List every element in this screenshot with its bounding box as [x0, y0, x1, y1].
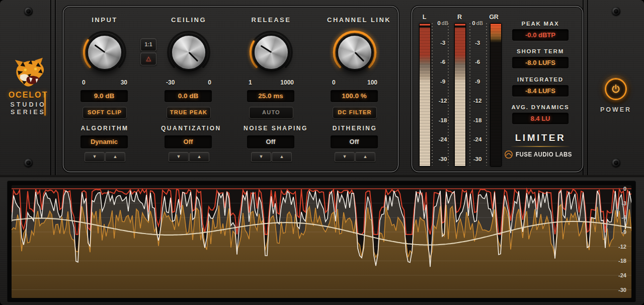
algorithm-select[interactable]: Dynamic	[80, 135, 128, 148]
scale-tick: 0	[437, 20, 440, 26]
ocelot-tiger-logo	[12, 56, 48, 89]
dithering-label: DITHERING	[327, 125, 382, 132]
dithering-up-button[interactable]: ▲	[355, 152, 375, 162]
scale-tick: -12	[467, 97, 488, 104]
noise-shaping-selector-group: NOISE SHAPING Off ▼ ▲	[244, 125, 299, 170]
quantization-select[interactable]: Off	[165, 135, 212, 148]
scale-tick: -3	[467, 39, 488, 46]
input-knob[interactable]	[79, 27, 130, 78]
soft-clip-button[interactable]: SOFT CLIP	[83, 107, 127, 119]
plugin-window: OCELOT STUDIO SERIES INPUT	[0, 0, 644, 305]
noise-shaping-up-button[interactable]: ▲	[272, 152, 292, 162]
main-control-panel: INPUT 0 30 9.0 dB SOFT CLIP	[63, 6, 398, 172]
dithering-select[interactable]: Off	[331, 135, 378, 148]
scale-unit: dB	[442, 21, 448, 26]
power-label: POWER	[588, 106, 644, 113]
level-meter-left	[419, 23, 431, 167]
logo-stem	[44, 93, 46, 116]
quantization-up-button[interactable]: ▲	[189, 152, 209, 162]
release-value[interactable]: 25.0 ms	[247, 90, 294, 102]
integrated-value[interactable]: -8.4 LUFS	[512, 85, 569, 97]
svg-text:-3: -3	[621, 200, 626, 206]
meter-panel: L R GR 0dB -3 -6 -9	[412, 6, 583, 172]
algorithm-up-button[interactable]: ▲	[105, 152, 125, 162]
scale-tick: -18	[467, 117, 488, 124]
short-term-label: SHORT TERM	[503, 48, 578, 54]
delta-button[interactable]: △	[140, 52, 156, 65]
algorithm-selector-group: ALGORITHM Dynamic ▼ ▲	[77, 125, 132, 170]
scale-unit: dB	[476, 21, 483, 26]
brand-divider	[511, 146, 570, 147]
short-term-value[interactable]: -8.0 LUFS	[512, 57, 569, 68]
scale-tick: -9	[433, 78, 453, 85]
ceiling-knob-cap	[171, 34, 207, 70]
ceiling-value[interactable]: 0.0 dB	[165, 90, 212, 102]
ceiling-max: 0	[208, 79, 211, 86]
svg-text:-9: -9	[621, 229, 626, 235]
waveform-display: 0-3-6-9-12-18-24-30	[12, 185, 631, 298]
peak-max-value[interactable]: -0.0 dBTP	[512, 29, 569, 41]
meter-led-stripes	[455, 24, 465, 166]
down-arrow-icon: ▼	[177, 154, 181, 159]
up-arrow-icon: ▲	[113, 154, 118, 159]
gain-reduction-meter	[490, 23, 502, 167]
release-label: RELEASE	[244, 16, 299, 24]
meter-led-stripes	[491, 24, 501, 166]
scale-tick: -6	[467, 58, 488, 65]
noise-shaping-label: NOISE SHAPING	[244, 125, 299, 132]
input-range: 0 30	[82, 79, 127, 86]
channel-link-value[interactable]: 100.0 %	[331, 90, 378, 102]
channel-link-knob[interactable]	[330, 27, 380, 78]
power-ring	[605, 78, 627, 100]
level-meter-right	[454, 23, 466, 167]
meter-led-stripes	[420, 24, 430, 166]
scale-tick: -24	[467, 136, 488, 143]
meter-label-gr: GR	[489, 14, 499, 21]
input-max: 30	[121, 79, 127, 86]
scale-tick: -6	[433, 58, 453, 65]
release-knob[interactable]	[246, 27, 296, 78]
channel-link-knob-pointer	[354, 52, 364, 62]
ceiling-control-group: CEILING -30 0 0.0 dB TRUE PEAK	[161, 16, 216, 127]
auto-release-button[interactable]: AUTO	[249, 107, 293, 119]
algorithm-down-button[interactable]: ▼	[85, 152, 105, 162]
release-min: 1	[249, 79, 252, 86]
release-knob-pointer	[260, 45, 272, 53]
scale-tick: 0	[472, 20, 475, 26]
avg-dynamics-value[interactable]: 8.4 LU	[512, 113, 569, 124]
input-knob-cap	[87, 34, 123, 70]
power-column: POWER	[588, 0, 644, 175]
meter-label-right: R	[454, 14, 465, 21]
release-knob-cap	[253, 34, 289, 70]
scale-tick: -30	[433, 156, 453, 163]
scale-tick: -3	[433, 39, 453, 46]
channel-link-control-group: CHANNEL LINK 0 100 100.0 % DC FILTER	[327, 16, 382, 127]
scale-tick: -24	[433, 136, 453, 143]
ceiling-range: -30 0	[166, 79, 211, 86]
channel-link-min: 0	[332, 79, 336, 86]
release-range: 1 1000	[249, 79, 294, 86]
channel-link-label: CHANNEL LINK	[327, 16, 382, 24]
input-knob-pointer	[94, 44, 105, 53]
dc-filter-button[interactable]: DC FILTER	[333, 107, 377, 119]
channel-link-knob-cap	[337, 34, 373, 70]
power-button[interactable]	[602, 75, 630, 103]
top-panel: OCELOT STUDIO SERIES INPUT	[0, 0, 644, 175]
input-value[interactable]: 9.0 dB	[80, 90, 128, 102]
scope-frame: 0-3-6-9-12-18-24-30	[7, 181, 636, 302]
brand-column: OCELOT STUDIO SERIES	[4, 0, 52, 175]
peak-max-label: PEAK MAX	[503, 21, 578, 27]
ratio-button[interactable]: 1:1	[140, 38, 156, 51]
input-control-group: INPUT 0 30 9.0 dB SOFT CLIP	[77, 16, 132, 127]
down-arrow-icon: ▼	[343, 154, 347, 159]
ceiling-label: CEILING	[161, 16, 216, 24]
dithering-down-button[interactable]: ▼	[335, 152, 355, 162]
noise-shaping-select[interactable]: Off	[247, 135, 294, 148]
true-peak-button[interactable]: TRUE PEAK	[167, 107, 211, 119]
noise-shaping-down-button[interactable]: ▼	[251, 152, 271, 162]
ceiling-knob-pointer	[188, 52, 198, 62]
quantization-down-button[interactable]: ▼	[169, 152, 189, 162]
ceiling-knob[interactable]	[164, 27, 214, 78]
product-name: LIMITER	[503, 132, 578, 143]
algorithm-label: ALGORITHM	[77, 125, 132, 132]
